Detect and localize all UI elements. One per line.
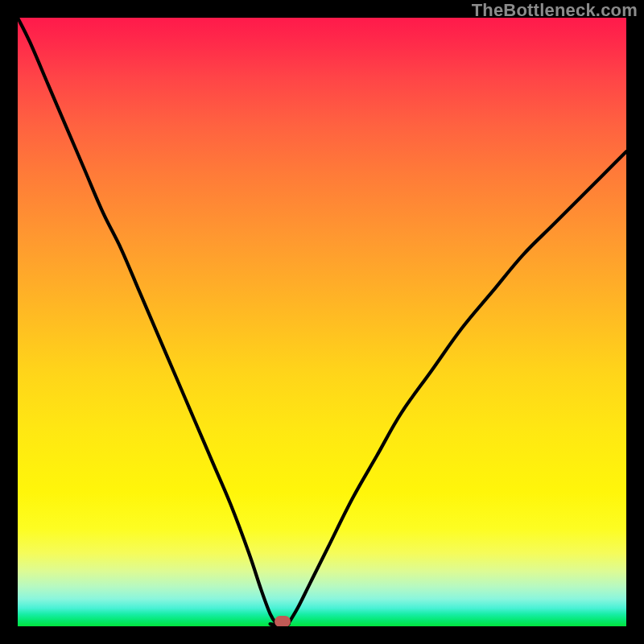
bottleneck-curve [18, 18, 626, 626]
chart-frame: TheBottleneck.com [0, 0, 644, 644]
watermark-text: TheBottleneck.com [472, 0, 638, 21]
plot-area [18, 18, 626, 626]
optimum-marker [275, 616, 291, 626]
